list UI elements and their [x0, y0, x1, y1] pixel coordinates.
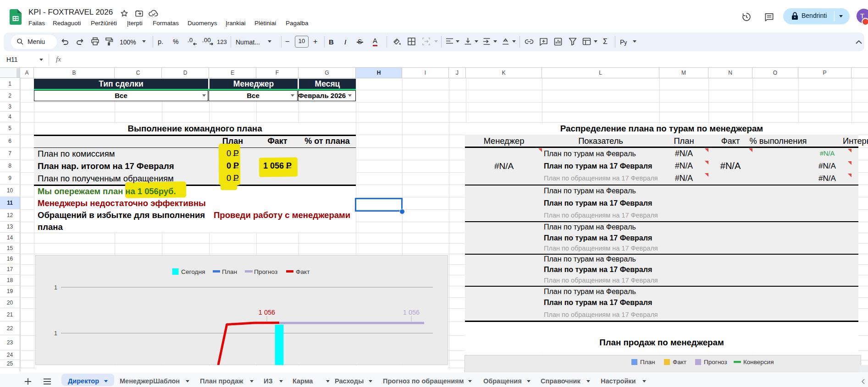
svg-text:План: План: [222, 268, 237, 275]
svg-text:1 056: 1 056: [259, 309, 275, 316]
svg-text:Факт: Факт: [673, 359, 686, 365]
svg-text:1: 1: [54, 330, 57, 337]
svg-text:1: 1: [54, 284, 57, 291]
svg-text:Прогноз: Прогноз: [254, 268, 277, 275]
svg-text:Факт: Факт: [296, 268, 310, 275]
svg-text:Прогноз: Прогноз: [704, 359, 727, 365]
svg-text:План: План: [640, 359, 655, 365]
svg-text:1 056: 1 056: [403, 309, 420, 316]
svg-text:Конверсия: Конверсия: [743, 359, 774, 365]
svg-text:Сегодня: Сегодня: [181, 268, 205, 275]
